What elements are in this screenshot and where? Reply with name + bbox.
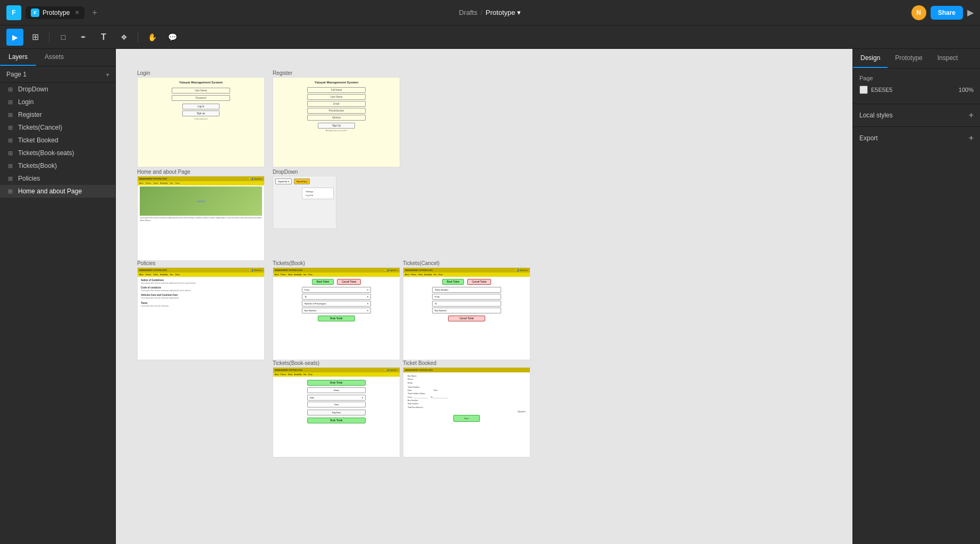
login-username-field[interactable]: User Name — [172, 88, 230, 94]
share-button[interactable]: Share — [931, 6, 963, 20]
prototype-breadcrumb[interactable]: Prototype ▾ — [486, 8, 521, 16]
tickets-cancel-frame[interactable]: MANAGEMENT SYSTEM LOGO 🔔 👤 SignIn/Up ▾ A… — [403, 267, 530, 360]
tab-prototype[interactable]: Prototype — [888, 49, 930, 68]
home-frame[interactable]: MANAGEMENT SYSTEM LOGO 🔔 👤 SignIn/Up ▾ A… — [137, 176, 265, 261]
pen-tool[interactable]: ✒ — [75, 29, 92, 46]
move-tool[interactable]: ▶ — [6, 29, 23, 46]
cancel-ticket-tab[interactable]: Cancel Ticket — [337, 279, 361, 285]
dropdown-signin-1[interactable]: SignIn/Up ▾ — [275, 178, 292, 184]
tb-about[interactable]: About — [275, 274, 279, 276]
tickets-book-frame[interactable]: MANAGEMENT SYSTEM LOGO 🔔 👤 SignIn/Up ▾ A… — [273, 267, 400, 360]
tbs-tickets[interactable]: Tickets — [288, 373, 292, 376]
cancel-cancel-ticket-tab[interactable]: Cancel Ticket — [467, 279, 491, 285]
bus-number-field[interactable]: Bus Number▾ — [302, 308, 371, 313]
login-password-field[interactable]: Password — [172, 95, 230, 101]
home-about[interactable]: About — [139, 182, 143, 184]
tbs-book-ticket-top[interactable]: Book Ticket — [307, 380, 366, 386]
text-tool[interactable]: T — [95, 29, 112, 46]
component-tool[interactable]: ❖ — [115, 29, 132, 46]
tbs-date-field[interactable]: Date▾ — [307, 395, 366, 401]
cancel-ticket-number-field[interactable]: Ticket Number — [432, 287, 501, 293]
home-fare[interactable]: Fare — [170, 182, 173, 184]
tb-tickets[interactable]: Tickets — [288, 274, 292, 276]
layer-item-register[interactable]: ⊞ Register — [0, 108, 115, 121]
policies-availability[interactable]: Availability — [160, 274, 168, 276]
tb-fare[interactable]: Fare — [303, 274, 307, 276]
phone-field[interactable]: PhoneNumber — [307, 108, 366, 114]
prototype-tab[interactable]: F Prototype ✕ — [26, 6, 85, 19]
dropdown-logout[interactable]: Log Out — [306, 193, 330, 197]
book-ticket-tab[interactable]: Book Ticket — [312, 279, 334, 285]
home-tickets[interactable]: Tickets — [153, 182, 158, 184]
fullname-field[interactable]: Full Name — [307, 87, 366, 93]
tb-policies[interactable]: Policies — [281, 274, 286, 276]
tab-inspect[interactable]: Inspect — [930, 49, 966, 68]
register-frame[interactable]: Yatayat Management System Full Name User… — [273, 77, 400, 167]
dropdown-settings[interactable]: Settings — [306, 190, 330, 193]
tb-availability[interactable]: Availability — [294, 274, 302, 276]
cancel-book-ticket-tab[interactable]: Book Ticket — [442, 279, 464, 285]
cancel-from-field[interactable]: From — [432, 294, 501, 300]
tab-layers[interactable]: Layers — [0, 49, 36, 66]
canvas[interactable]: Login Yatayat Management System User Nam… — [116, 49, 852, 544]
register-signup-button[interactable]: Sign Up — [318, 123, 355, 129]
layer-item-tickets-book[interactable]: ⊞ Tickets(Book) — [0, 159, 115, 172]
tbs-route[interactable]: Route — [308, 373, 312, 376]
comment-tool[interactable]: 💬 — [164, 29, 181, 46]
tab-design[interactable]: Design — [853, 49, 888, 68]
page-color-container[interactable]: E5E5E5 — [859, 86, 892, 94]
tc-fare[interactable]: Fare — [434, 274, 437, 276]
to-field[interactable]: To▾ — [302, 294, 371, 300]
hand-tool[interactable]: ✋ — [143, 29, 160, 46]
from-field[interactable]: From▾ — [302, 287, 371, 293]
tc-policies[interactable]: Policies — [411, 274, 416, 276]
policies-about[interactable]: About — [139, 274, 143, 276]
layer-item-tickets-book-seats[interactable]: ⊞ Tickets(Book-seats) — [0, 147, 115, 159]
layer-item-policies[interactable]: ⊞ Policies — [0, 172, 115, 185]
tbs-policies[interactable]: Policies — [281, 373, 286, 376]
address-field[interactable]: Address — [307, 115, 366, 121]
passengers-field[interactable]: Number of Passengers▾ — [302, 301, 371, 307]
page-color-swatch[interactable] — [859, 86, 868, 94]
tickets-book-seats-frame[interactable]: MANAGEMENT SYSTEM LOGO 🔔 👤 SignIn/Up ▾ A… — [273, 367, 400, 457]
cancel-to-field[interactable]: To — [432, 301, 501, 307]
tc-route[interactable]: Route — [438, 274, 443, 276]
tc-tickets[interactable]: Tickets — [418, 274, 423, 276]
page-selector[interactable]: Page 1 ▾ — [0, 66, 115, 83]
home-policies[interactable]: Policies — [146, 182, 151, 184]
policies-route[interactable]: Route — [175, 274, 180, 276]
policies-policies[interactable]: Policies — [146, 274, 151, 276]
book-ticket-submit[interactable]: Book Ticket — [318, 316, 355, 321]
tb-route[interactable]: Route — [308, 274, 312, 276]
login-frame[interactable]: Yatayat Management System User Name Pass… — [137, 77, 265, 167]
layer-item-home[interactable]: ⊞ Home and about Page — [0, 185, 115, 198]
tbs-seats-field[interactable]: Seats — [307, 387, 366, 393]
frame-tool[interactable]: ⊞ — [27, 29, 44, 46]
policies-fare[interactable]: Fare — [170, 274, 173, 276]
tbs-time-field[interactable]: Time — [307, 402, 366, 407]
export-add-icon[interactable]: + — [969, 133, 974, 143]
forgot-password-link[interactable]: forgot password — [138, 118, 264, 120]
policies-tickets[interactable]: Tickets — [153, 274, 158, 276]
layer-item-tickets-cancel[interactable]: ⊞ Tickets(Cancel) — [0, 121, 115, 134]
home-route[interactable]: Route — [175, 182, 180, 184]
cancel-ticket-submit[interactable]: Cancel Ticket — [448, 316, 485, 321]
tbs-fare[interactable]: Fare — [303, 373, 307, 376]
ticket-booked-frame[interactable]: MANAGEMENT SYSTEM LOGO Bus Name: Phone: … — [403, 367, 530, 457]
play-button[interactable]: ▶ — [967, 7, 974, 18]
tbs-about[interactable]: About — [275, 373, 279, 376]
ticket-save-btn[interactable]: Save — [453, 415, 480, 422]
dropdown-signin-2[interactable]: SignIn/Up ▴ — [294, 178, 310, 184]
layer-item-ticket-booked[interactable]: ⊞ Ticket Booked — [0, 134, 115, 147]
dropdown-frame[interactable]: SignIn/Up ▾ SignIn/Up ▴ Settings Log Out — [273, 176, 336, 229]
tbs-pay-fare-btn[interactable]: Pay Fare — [307, 410, 366, 415]
tab-add-button[interactable]: + — [89, 8, 100, 18]
shape-tool[interactable]: □ — [55, 29, 72, 46]
policies-frame[interactable]: MANAGEMENT SYSTEM LOGO 🔔 👤 SignIn/Up ▾ A… — [137, 267, 265, 360]
layer-item-login[interactable]: ⊞ Login — [0, 96, 115, 108]
register-username-field[interactable]: User Name — [307, 94, 366, 100]
layer-item-dropdown[interactable]: ⊞ DropDown — [0, 83, 115, 96]
cancel-bus-number-field[interactable]: Bus Number — [432, 308, 501, 313]
signup-button[interactable]: Sign up — [182, 110, 219, 116]
tbs-book-ticket-bottom[interactable]: Book Ticket — [307, 418, 366, 423]
